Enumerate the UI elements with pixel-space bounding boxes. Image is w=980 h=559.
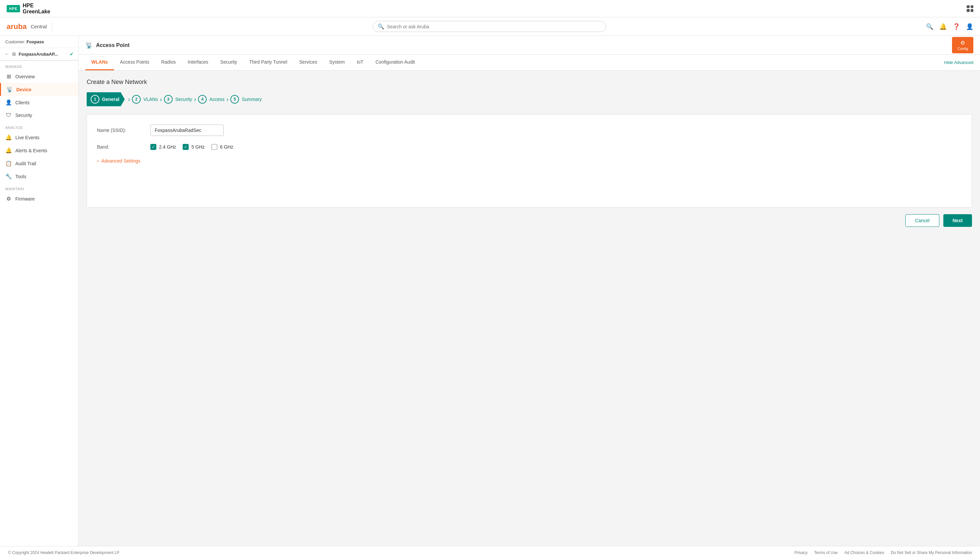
chevron-right-icon: › — [97, 158, 99, 164]
ssid-input[interactable] — [150, 125, 224, 136]
band-6ghz[interactable]: 6 GHz — [211, 144, 233, 150]
wizard-step-5[interactable]: 5 Summary — [230, 95, 262, 104]
tab-third-party-tunnel[interactable]: Third Party Tunnel — [243, 55, 293, 70]
footer-links: Privacy Terms of Use Ad Choices & Cookie… — [794, 550, 972, 555]
content-area: 📡 Access Point ⚙ Config WLANs Access Poi… — [79, 36, 980, 546]
step-3-label: Security — [175, 97, 192, 102]
customer-name: Foxpass — [27, 39, 44, 44]
band-2-4ghz[interactable]: ✓ 2.4 GHz — [150, 144, 176, 150]
footer-do-not-sell[interactable]: Do Not Sell or Share My Personal Informa… — [891, 550, 972, 555]
device-breadcrumb-name: FoxpassArubaAP... — [19, 51, 67, 57]
tools-label: Tools — [15, 174, 27, 179]
hide-advanced-link[interactable]: Hide Advanced — [944, 60, 973, 65]
audit-trail-icon: 📋 — [5, 160, 12, 167]
config-gear-icon: ⚙ — [960, 40, 965, 46]
device-breadcrumb: ← ⊞ FoxpassArubaAP... ✔ — [0, 48, 78, 61]
sidebar-item-security[interactable]: 🛡 Security — [0, 109, 78, 122]
step-5-badge: 5 — [230, 95, 239, 104]
tab-configuration-audit[interactable]: Configuration Audit — [369, 55, 421, 70]
sidebar-item-audit-trail[interactable]: 📋 Audit Trail — [0, 157, 78, 170]
back-button[interactable]: ← — [5, 51, 9, 57]
step-4-badge: 4 — [198, 95, 207, 104]
hpe-top-bar: HPE HPE GreenLake — [0, 0, 980, 17]
wizard-step-1[interactable]: 1 General — [87, 92, 125, 106]
tab-wlans[interactable]: WLANs — [85, 55, 114, 70]
sidebar: Customer: Foxpass ← ⊞ FoxpassArubaAP... … — [0, 36, 79, 546]
tab-access-points[interactable]: Access Points — [114, 55, 155, 70]
sidebar-item-tools[interactable]: 🔧 Tools — [0, 170, 78, 183]
form-card: Name (SSID): Band: ✓ 2.4 GHz ✓ 5 GHz — [87, 114, 972, 208]
sidebar-item-clients[interactable]: 👤 Clients — [0, 96, 78, 109]
ap-header-icon: 📡 — [85, 41, 93, 49]
tab-interfaces[interactable]: Interfaces — [182, 55, 214, 70]
firmware-label: Firmware — [15, 196, 35, 202]
band-5ghz[interactable]: ✓ 5 GHz — [182, 144, 205, 150]
copyright-text: © Copyright 2024 Hewlett Packard Enterpr… — [8, 550, 119, 555]
tab-system[interactable]: System — [323, 55, 351, 70]
tabs-bar: WLANs Access Points Radios Interfaces Se… — [79, 55, 980, 71]
security-label: Security — [15, 112, 32, 118]
overview-icon: ⊞ — [5, 73, 12, 79]
alerts-events-icon: 🔔 — [5, 147, 12, 154]
ap-header-title: Access Point — [96, 42, 129, 48]
footer: © Copyright 2024 Hewlett Packard Enterpr… — [0, 546, 980, 559]
search-icon: 🔍 — [378, 23, 384, 30]
footer-terms[interactable]: Terms of Use — [814, 550, 837, 555]
sidebar-item-device[interactable]: 📡 Device — [0, 83, 78, 96]
sidebar-item-alerts-events[interactable]: 🔔 Alerts & Events — [0, 144, 78, 157]
search-top-icon[interactable]: 🔍 — [926, 23, 934, 30]
clients-icon: 👤 — [5, 99, 12, 106]
bell-icon[interactable]: 🔔 — [939, 23, 947, 30]
wizard-step-2[interactable]: 2 VLANs — [132, 95, 158, 104]
aruba-logo: aruba Central — [7, 22, 46, 31]
audit-trail-label: Audit Trail — [15, 161, 36, 166]
step-2-label: VLANs — [143, 97, 158, 102]
tab-security[interactable]: Security — [214, 55, 243, 70]
sidebar-item-overview[interactable]: ⊞ Overview — [0, 70, 78, 83]
name-label: Name (SSID): — [97, 127, 150, 133]
band-6ghz-checkbox[interactable] — [211, 144, 217, 150]
sidebar-item-firmware[interactable]: ⚙ Firmware — [0, 192, 78, 205]
ap-header: 📡 Access Point ⚙ Config — [79, 36, 980, 55]
aruba-bar: aruba Central 🔍 🔍 🔔 ❓ 👤 — [0, 17, 980, 36]
firmware-icon: ⚙ — [5, 195, 12, 202]
band-2-4ghz-checkbox[interactable]: ✓ — [150, 144, 156, 150]
step-2-badge: 2 — [132, 95, 141, 104]
form-title: Create a New Network — [87, 79, 972, 86]
aruba-brand: aruba — [7, 22, 27, 31]
band-2-4ghz-label: 2.4 GHz — [159, 144, 176, 150]
tab-services[interactable]: Services — [294, 55, 323, 70]
band-6ghz-label: 6 GHz — [220, 144, 233, 150]
wizard-step-4[interactable]: 4 Access — [198, 95, 224, 104]
main-layout: Customer: Foxpass ← ⊞ FoxpassArubaAP... … — [0, 36, 980, 546]
aruba-product: Central — [31, 24, 46, 29]
next-button[interactable]: Next — [944, 214, 972, 227]
live-events-icon: 🔔 — [5, 134, 12, 141]
config-button[interactable]: ⚙ Config — [952, 37, 973, 53]
step-3-badge: 3 — [164, 95, 172, 104]
step-arrow-2: › — [160, 96, 162, 103]
footer-privacy[interactable]: Privacy — [794, 550, 808, 555]
footer-ad-choices[interactable]: Ad Choices & Cookies — [844, 550, 884, 555]
action-bar: Cancel Next — [87, 214, 972, 227]
search-input[interactable] — [387, 24, 601, 29]
cancel-button[interactable]: Cancel — [905, 214, 939, 227]
help-icon[interactable]: ❓ — [953, 23, 960, 30]
band-5ghz-checkbox[interactable]: ✓ — [182, 144, 189, 150]
grid-icon[interactable] — [967, 5, 973, 12]
band-label: Band: — [97, 144, 150, 150]
user-icon[interactable]: 👤 — [966, 23, 973, 30]
tab-radios[interactable]: Radios — [155, 55, 182, 70]
tab-iot[interactable]: IoT — [351, 55, 369, 70]
wizard-step-3[interactable]: 3 Security — [164, 95, 192, 104]
hpe-logo-abbr: HPE — [9, 7, 18, 11]
manage-section-label: Manage — [0, 61, 78, 70]
security-icon: 🛡 — [5, 112, 12, 118]
step-1-label: General — [102, 97, 119, 102]
advanced-settings-toggle[interactable]: › Advanced Settings — [97, 158, 962, 164]
device-breadcrumb-icon: ⊞ — [12, 51, 16, 57]
hpe-logo: HPE HPE GreenLake — [7, 3, 50, 15]
sidebar-item-live-events[interactable]: 🔔 Live Events — [0, 131, 78, 144]
maintain-section-label: Maintain — [0, 183, 78, 192]
search-container: 🔍 — [373, 21, 606, 32]
